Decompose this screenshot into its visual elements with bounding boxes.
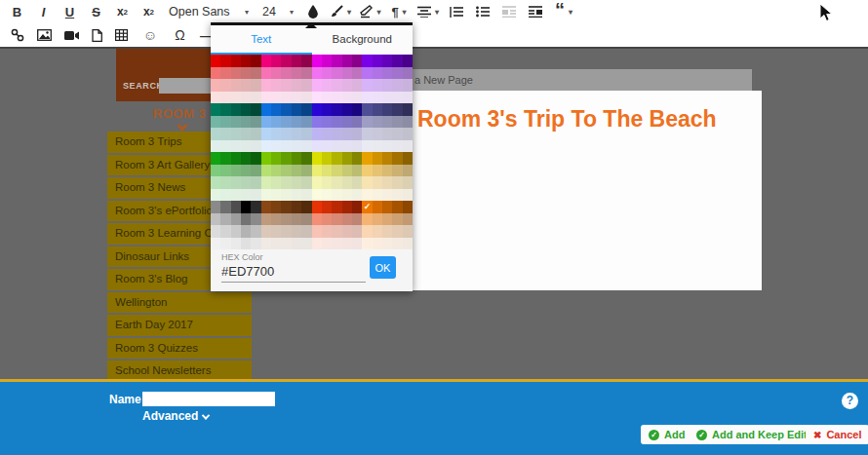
color-swatch[interactable] xyxy=(241,238,251,250)
insert-file-button[interactable] xyxy=(85,24,109,46)
color-swatch[interactable] xyxy=(362,92,372,104)
color-swatch[interactable] xyxy=(211,176,220,189)
color-swatch[interactable] xyxy=(281,165,291,177)
color-swatch[interactable] xyxy=(312,201,322,213)
color-swatch[interactable] xyxy=(231,140,241,153)
color-swatch[interactable] xyxy=(373,152,382,165)
color-swatch[interactable] xyxy=(382,55,392,67)
color-swatch[interactable] xyxy=(332,103,341,116)
color-swatch[interactable]: ✓ xyxy=(362,201,372,213)
color-swatch[interactable] xyxy=(220,189,230,202)
color-swatch[interactable] xyxy=(403,225,413,238)
color-swatch[interactable] xyxy=(352,55,362,67)
color-swatch[interactable] xyxy=(332,55,341,67)
color-swatch[interactable] xyxy=(362,213,372,226)
color-swatch[interactable] xyxy=(271,116,281,129)
add-button[interactable]: ✓ Add xyxy=(641,425,692,444)
color-swatch[interactable] xyxy=(362,79,372,92)
color-swatch[interactable] xyxy=(332,92,341,104)
color-swatch[interactable] xyxy=(231,103,241,116)
color-swatch[interactable] xyxy=(292,92,301,104)
color-swatch[interactable] xyxy=(312,92,322,104)
color-swatch[interactable] xyxy=(373,67,382,80)
sidebar-item[interactable]: Earth Day 2017 xyxy=(107,315,252,336)
color-swatch[interactable] xyxy=(211,79,220,92)
color-swatch[interactable] xyxy=(352,225,362,238)
color-swatch[interactable] xyxy=(241,79,251,92)
color-swatch[interactable] xyxy=(392,238,402,250)
color-swatch[interactable] xyxy=(403,140,413,153)
bold-button[interactable]: B xyxy=(4,1,30,22)
color-swatch[interactable] xyxy=(261,128,271,140)
color-swatch[interactable] xyxy=(342,79,352,92)
color-swatch[interactable] xyxy=(312,103,322,116)
color-swatch[interactable] xyxy=(261,92,271,104)
ok-button[interactable]: OK xyxy=(370,256,396,279)
color-swatch[interactable] xyxy=(301,225,311,238)
color-swatch[interactable] xyxy=(220,67,230,80)
color-swatch[interactable] xyxy=(231,79,241,92)
color-swatch[interactable] xyxy=(220,213,230,226)
color-swatch[interactable] xyxy=(211,92,220,104)
color-swatch[interactable] xyxy=(373,128,382,140)
color-swatch[interactable] xyxy=(403,79,413,92)
sidebar-item[interactable]: Wellington xyxy=(107,292,252,314)
color-swatch[interactable] xyxy=(382,140,392,153)
color-swatch[interactable] xyxy=(281,55,291,67)
unordered-list-button[interactable] xyxy=(469,1,495,22)
color-swatch[interactable] xyxy=(352,213,362,226)
color-swatch[interactable] xyxy=(382,201,392,213)
superscript-button[interactable]: x2 xyxy=(136,1,162,22)
color-swatch[interactable] xyxy=(392,152,402,165)
color-swatch[interactable] xyxy=(241,165,251,177)
color-swatch[interactable] xyxy=(392,201,402,213)
color-swatch[interactable] xyxy=(292,103,301,116)
color-swatch[interactable] xyxy=(301,79,311,92)
insert-table-button[interactable] xyxy=(109,24,134,46)
color-swatch[interactable] xyxy=(261,140,271,153)
color-swatch[interactable] xyxy=(261,189,271,202)
color-swatch[interactable] xyxy=(362,189,372,202)
color-swatch[interactable] xyxy=(231,165,241,177)
color-swatch[interactable] xyxy=(271,238,281,250)
clear-formatting-button[interactable]: ▾ xyxy=(355,1,384,22)
color-swatch[interactable] xyxy=(301,55,311,67)
color-swatch[interactable] xyxy=(392,189,402,202)
color-swatch[interactable] xyxy=(251,189,260,202)
color-swatch[interactable] xyxy=(211,67,220,80)
color-swatch[interactable] xyxy=(312,116,322,129)
color-swatch[interactable] xyxy=(231,116,241,129)
color-swatch[interactable] xyxy=(251,128,260,140)
color-swatch[interactable] xyxy=(403,152,413,165)
color-swatch[interactable] xyxy=(292,67,301,80)
color-swatch[interactable] xyxy=(261,201,271,213)
color-swatch[interactable] xyxy=(292,79,301,92)
color-swatch[interactable] xyxy=(301,140,311,153)
color-swatch[interactable] xyxy=(281,225,291,238)
color-swatch[interactable] xyxy=(281,128,291,140)
paint-format-button[interactable]: ▾ xyxy=(326,1,355,22)
color-swatch[interactable] xyxy=(281,103,291,116)
color-swatch[interactable] xyxy=(301,176,311,189)
color-swatch[interactable] xyxy=(342,201,352,213)
color-swatch[interactable] xyxy=(342,128,352,140)
color-swatch[interactable] xyxy=(352,103,362,116)
color-swatch[interactable] xyxy=(261,238,271,250)
color-swatch[interactable] xyxy=(352,165,362,177)
color-swatch[interactable] xyxy=(362,238,372,250)
color-swatch[interactable] xyxy=(251,103,260,116)
color-swatch[interactable] xyxy=(292,152,301,165)
color-swatch[interactable] xyxy=(352,92,362,104)
color-swatch[interactable] xyxy=(241,176,251,189)
color-swatch[interactable] xyxy=(241,67,251,80)
color-swatch[interactable] xyxy=(352,152,362,165)
font-size-dropdown[interactable]: 24▾ xyxy=(256,1,300,22)
color-swatch[interactable] xyxy=(352,176,362,189)
color-swatch[interactable] xyxy=(231,238,241,250)
color-swatch[interactable] xyxy=(220,116,230,129)
underline-button[interactable]: U xyxy=(57,1,83,22)
color-swatch[interactable] xyxy=(362,225,372,238)
color-swatch[interactable] xyxy=(292,176,301,189)
color-swatch[interactable] xyxy=(281,176,291,189)
color-swatch[interactable] xyxy=(392,79,402,92)
